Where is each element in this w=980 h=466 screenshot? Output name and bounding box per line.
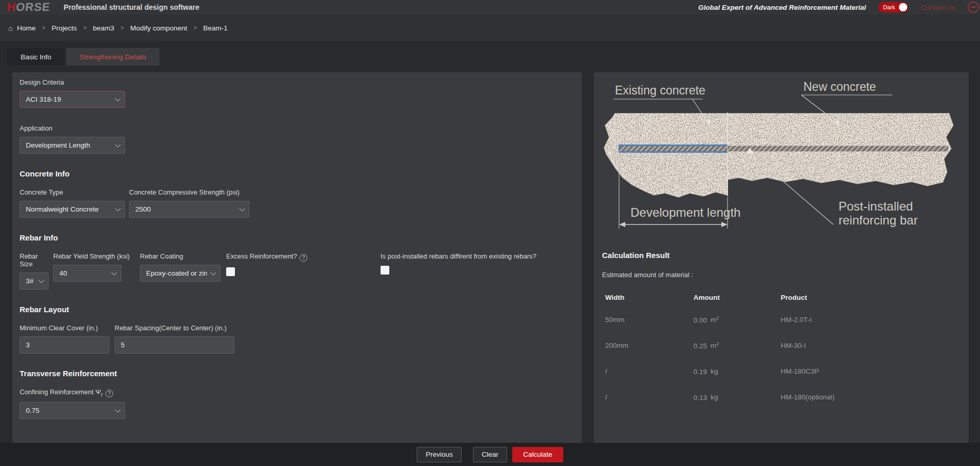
material-table: Width Amount Product 50mm 0.00m2 HM-2.0T…	[602, 288, 960, 410]
design-criteria-select[interactable]: ACI 318-19	[20, 91, 125, 108]
strengthening-form-panel: Design Criteria ACI 318-19 Application D…	[12, 72, 582, 443]
rebar-size-field: Rebar Size 3#	[20, 252, 49, 290]
col-width: Width	[605, 294, 693, 301]
breadcrumb-separator: >	[83, 24, 87, 31]
clear-button[interactable]: Clear	[473, 447, 507, 462]
brand-tagline: Global Expert of Advanced Reinforcement …	[698, 4, 866, 11]
cell-width: 200mm	[605, 342, 693, 349]
concrete-type-value: Normalweight Concrete	[26, 205, 99, 213]
excess-reinforcement-label: Excess Reinforcement??	[226, 252, 381, 262]
breadcrumb: ⌂ Home > Projects > beam3 > Modify compo…	[0, 14, 980, 41]
chevron-down-icon	[111, 269, 117, 275]
rebar-coating-label: Rebar Coating	[140, 252, 220, 260]
breadcrumb-beam3[interactable]: beam3	[93, 24, 114, 32]
application-value: Development Length	[26, 141, 90, 149]
rebar-yield-value: 40	[59, 269, 67, 277]
rebar-size-value: 3#	[26, 277, 34, 285]
cell-width: /	[605, 367, 693, 375]
breadcrumb-separator: >	[194, 24, 197, 31]
application-select[interactable]: Development Length	[20, 137, 125, 154]
tab-strengthening-details[interactable]: Strengthening Details	[66, 48, 160, 66]
table-row: 50mm 0.00m2 HM-2.0T-I	[602, 307, 960, 332]
chevron-down-icon	[115, 205, 120, 211]
concrete-strength-select[interactable]: 2500	[129, 201, 249, 218]
rebar-info-heading: Rebar Info	[20, 233, 575, 242]
confining-reinforcement-select[interactable]: 0.75	[20, 402, 125, 419]
calculation-result-heading: Calculation Result	[602, 251, 960, 260]
rebar-coating-field: Rebar Coating Epoxy-coated or zinc a...	[140, 252, 220, 290]
rebar-yield-label: Rebar Yield Strength (ksi)	[53, 252, 121, 260]
breadcrumb-separator: >	[42, 24, 45, 31]
post-installed-label-line2: reinforcing bar	[839, 213, 918, 227]
cell-amount: 0.25m2	[693, 341, 781, 350]
rebar-spacing-field: Rebar Spacing(Center to Center) (in.) 5	[115, 324, 234, 353]
chevron-down-icon	[210, 269, 216, 275]
development-length-label: Development length	[630, 205, 740, 219]
rebar-yield-field: Rebar Yield Strength (ksi) 40	[53, 252, 121, 290]
concrete-type-field: Concrete Type Normalweight Concrete	[20, 188, 125, 218]
chevron-down-icon	[115, 95, 120, 101]
breadcrumb-projects[interactable]: Projects	[52, 24, 77, 32]
post-installed-rebar	[619, 144, 949, 153]
new-concrete-label: New concrete	[803, 80, 876, 93]
cell-width: 50mm	[605, 316, 693, 324]
chevron-down-icon	[115, 407, 120, 412]
dark-mode-toggle[interactable]: Dark	[878, 2, 908, 12]
chevron-down-icon	[239, 205, 245, 211]
col-product: Product	[781, 294, 960, 301]
table-row: / 0.13kg HM-180(optional)	[602, 384, 960, 410]
breadcrumb-modify-component[interactable]: Modify component	[130, 24, 187, 32]
rebar-size-label: Rebar Size	[20, 252, 49, 268]
rebar-yield-select[interactable]: 40	[53, 265, 121, 282]
table-row: 200mm 0.25m2 HM-30-I	[602, 332, 960, 358]
design-criteria-label: Design Criteria	[20, 78, 575, 86]
cell-amount: 0.13kg	[693, 393, 781, 401]
rebar-spacing-input[interactable]: 5	[115, 336, 234, 353]
existing-concrete-label: Existing concrete	[615, 84, 705, 97]
post-installed-question-field: Is post-installed rebars diffirent from …	[381, 252, 536, 290]
user-avatar-icon[interactable]	[968, 2, 979, 13]
material-table-header: Width Amount Product	[602, 288, 960, 307]
rebar-coating-value: Epoxy-coated or zinc a...	[146, 269, 207, 277]
concrete-type-label: Concrete Type	[20, 188, 125, 196]
confining-reinforcement-value: 0.75	[26, 407, 39, 414]
post-installed-question-checkbox[interactable]	[381, 266, 389, 275]
tab-basic-info[interactable]: Basic Info	[7, 48, 65, 66]
confining-reinforcement-label: Confining Reinforcement Ψr?	[20, 388, 575, 397]
help-icon[interactable]: ?	[299, 254, 307, 262]
estimated-material-label: Estimated amount of material :	[602, 271, 960, 279]
concrete-strength-field: Concrete Compressive Strength (psi) 2500	[129, 188, 249, 218]
breadcrumb-beam-1[interactable]: Beam-1	[203, 24, 228, 32]
development-length-diagram: Existing concrete New concrete Developme…	[602, 76, 958, 236]
min-clear-cover-input[interactable]: 3	[20, 336, 109, 353]
cell-product: HM-30-I	[781, 342, 960, 349]
post-installed-label-line1: Post-installed	[839, 199, 913, 213]
design-criteria-value: ACI 318-19	[26, 95, 61, 103]
cell-width: /	[605, 393, 693, 401]
excess-reinforcement-field: Excess Reinforcement??	[226, 252, 381, 290]
cell-product: HM-180(optional)	[781, 393, 960, 401]
top-bar: H ORSE Professional structural design so…	[0, 0, 980, 14]
chevron-down-icon	[115, 141, 120, 147]
help-icon[interactable]: ?	[105, 390, 113, 397]
application-label: Application	[20, 124, 575, 132]
rebar-coating-select[interactable]: Epoxy-coated or zinc a...	[140, 265, 220, 282]
rebar-size-select[interactable]: 3#	[20, 272, 49, 290]
cell-product: HM-2.0T-I	[781, 316, 960, 324]
toggle-knob	[899, 3, 907, 11]
calculate-button[interactable]: Calculate	[512, 447, 563, 462]
concrete-type-select[interactable]: Normalweight Concrete	[20, 201, 125, 218]
home-icon[interactable]: ⌂	[8, 24, 13, 33]
breadcrumb-home[interactable]: Home	[17, 24, 36, 32]
table-row: / 0.19kg HM-180C3P	[602, 358, 960, 384]
horse-logo[interactable]: H ORSE	[7, 2, 51, 13]
previous-button[interactable]: Previous	[417, 447, 462, 462]
transverse-reinforcement-heading: Transverse Reinforcement	[20, 369, 575, 378]
contact-us-link[interactable]: Contact Us	[921, 4, 955, 11]
action-footer: Previous Clear Calculate	[0, 443, 980, 466]
tab-bar: Basic Info Strengthening Details	[7, 48, 160, 66]
excess-reinforcement-checkbox[interactable]	[226, 267, 235, 276]
rebar-layout-heading: Rebar Layout	[20, 305, 575, 314]
existing-concrete-block	[604, 114, 728, 197]
chevron-down-icon	[38, 277, 44, 283]
